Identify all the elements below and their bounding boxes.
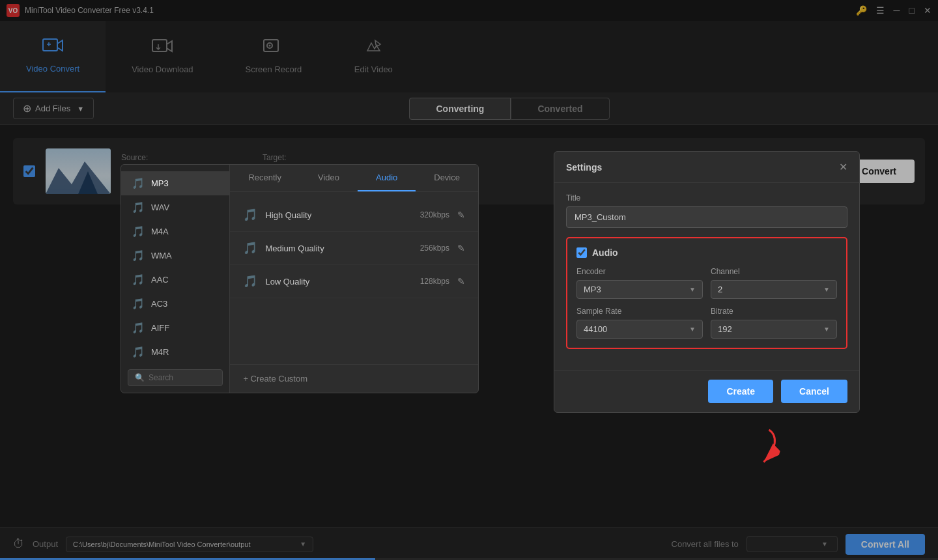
audio-section: Audio Encoder MP3 ▼ Channel bbox=[566, 237, 847, 349]
format-cat-wma[interactable]: 🎵 WMA bbox=[121, 244, 229, 268]
mp3-icon: 🎵 bbox=[132, 177, 145, 189]
format-cat-mp3-label: MP3 bbox=[151, 178, 169, 188]
audio-label: Audio bbox=[592, 247, 618, 258]
m4r-icon: 🎵 bbox=[132, 346, 145, 358]
quality-low-icon: 🎵 bbox=[243, 274, 257, 288]
tab-video[interactable]: Video bbox=[300, 165, 358, 191]
ac3-icon: 🎵 bbox=[132, 298, 145, 310]
bitrate-dropdown-arrow: ▼ bbox=[823, 326, 830, 333]
quality-medium-bitrate: 256kbps bbox=[420, 244, 449, 253]
quality-high-bitrate: 320kbps bbox=[420, 210, 449, 219]
bitrate-value: 192 bbox=[718, 324, 732, 334]
create-button[interactable]: Create bbox=[708, 380, 773, 403]
tab-audio[interactable]: Audio bbox=[358, 165, 416, 191]
quality-high-icon: 🎵 bbox=[243, 208, 257, 222]
settings-modal: Settings ✕ Title Audio Encoder bbox=[554, 151, 860, 413]
tab-device[interactable]: Device bbox=[416, 165, 478, 191]
format-cat-aac[interactable]: 🎵 AAC bbox=[121, 268, 229, 292]
encoder-field: Encoder MP3 ▼ bbox=[576, 267, 703, 299]
format-cat-aac-label: AAC bbox=[151, 275, 169, 285]
quality-low-bitrate: 128kbps bbox=[420, 277, 449, 286]
sample-rate-field: Sample Rate 44100 ▼ bbox=[576, 307, 703, 339]
encoder-label: Encoder bbox=[576, 267, 703, 276]
quality-low-edit-icon[interactable]: ✎ bbox=[457, 276, 465, 287]
audio-checkbox[interactable] bbox=[576, 247, 587, 258]
format-cat-m4r-label: M4R bbox=[151, 347, 169, 357]
channel-label: Channel bbox=[711, 267, 837, 276]
quality-medium-edit-icon[interactable]: ✎ bbox=[457, 243, 465, 253]
settings-footer: Create Cancel bbox=[554, 370, 859, 412]
search-placeholder: Search bbox=[149, 373, 173, 382]
channel-dropdown-arrow: ▼ bbox=[823, 286, 830, 293]
format-tabs: Recently Video Audio Device bbox=[230, 165, 478, 192]
sample-rate-select[interactable]: 44100 ▼ bbox=[576, 320, 703, 339]
quality-low[interactable]: 🎵 Low Quality 128kbps ✎ bbox=[230, 265, 478, 298]
bitrate-select[interactable]: 192 ▼ bbox=[711, 320, 837, 339]
aiff-icon: 🎵 bbox=[132, 322, 145, 334]
format-right-panel: Recently Video Audio Device 🎵 High Quali… bbox=[230, 165, 478, 393]
tab-recently[interactable]: Recently bbox=[230, 165, 300, 191]
wav-icon: 🎵 bbox=[132, 201, 145, 214]
quality-high[interactable]: 🎵 High Quality 320kbps ✎ bbox=[230, 199, 478, 232]
encoder-dropdown-arrow: ▼ bbox=[689, 286, 696, 293]
quality-low-label: Low Quality bbox=[265, 277, 412, 287]
channel-select[interactable]: 2 ▼ bbox=[711, 280, 837, 299]
channel-field: Channel 2 ▼ bbox=[711, 267, 837, 299]
format-cat-aiff-label: AIFF bbox=[151, 323, 169, 333]
format-cat-m4r[interactable]: 🎵 M4R bbox=[121, 340, 229, 364]
settings-title: Settings bbox=[566, 162, 602, 173]
cancel-button[interactable]: Cancel bbox=[781, 380, 847, 403]
sample-rate-dropdown-arrow: ▼ bbox=[689, 326, 696, 333]
quality-medium[interactable]: 🎵 Medium Quality 256kbps ✎ bbox=[230, 232, 478, 265]
quality-high-edit-icon[interactable]: ✎ bbox=[457, 210, 465, 220]
quality-medium-icon: 🎵 bbox=[243, 241, 257, 255]
title-input[interactable] bbox=[566, 206, 847, 228]
sample-rate-label: Sample Rate bbox=[576, 307, 703, 316]
format-cat-ac3[interactable]: 🎵 AC3 bbox=[121, 292, 229, 316]
quality-medium-label: Medium Quality bbox=[265, 244, 412, 253]
format-cat-wav-label: WAV bbox=[151, 203, 169, 212]
bitrate-field: Bitrate 192 ▼ bbox=[711, 307, 837, 339]
format-sidebar: 🎵 MP3 🎵 WAV 🎵 M4A 🎵 WMA 🎵 AAC 🎵 AC3 bbox=[121, 165, 230, 393]
encoder-select[interactable]: MP3 ▼ bbox=[576, 280, 703, 299]
encoder-value: MP3 bbox=[584, 285, 601, 294]
wma-icon: 🎵 bbox=[132, 249, 145, 262]
format-search-box[interactable]: 🔍 Search bbox=[128, 369, 223, 386]
search-icon: 🔍 bbox=[135, 373, 145, 382]
quality-high-label: High Quality bbox=[265, 210, 412, 220]
channel-value: 2 bbox=[718, 285, 722, 294]
title-field-label: Title bbox=[566, 193, 847, 203]
m4a-icon: 🎵 bbox=[132, 225, 145, 238]
format-cat-wav[interactable]: 🎵 WAV bbox=[121, 195, 229, 219]
settings-body: Title Audio Encoder MP3 ▼ bbox=[554, 183, 859, 370]
format-cat-m4a-label: M4A bbox=[151, 227, 169, 236]
quality-list: 🎵 High Quality 320kbps ✎ 🎵 Medium Qualit… bbox=[230, 192, 478, 364]
aac-icon: 🎵 bbox=[132, 273, 145, 286]
bitrate-label: Bitrate bbox=[711, 307, 837, 316]
format-cat-ac3-label: AC3 bbox=[151, 299, 167, 309]
format-panel: 🎵 MP3 🎵 WAV 🎵 M4A 🎵 WMA 🎵 AAC 🎵 AC3 bbox=[121, 164, 479, 393]
sample-rate-value: 44100 bbox=[584, 324, 607, 334]
settings-header: Settings ✕ bbox=[554, 152, 859, 183]
format-cat-mp3[interactable]: 🎵 MP3 bbox=[121, 171, 229, 195]
format-cat-m4a[interactable]: 🎵 M4A bbox=[121, 219, 229, 244]
audio-checkbox-row: Audio bbox=[576, 247, 837, 258]
settings-close-button[interactable]: ✕ bbox=[839, 161, 847, 173]
format-cat-wma-label: WMA bbox=[151, 251, 172, 260]
settings-grid: Encoder MP3 ▼ Channel 2 ▼ bbox=[576, 267, 837, 339]
create-custom-button[interactable]: + Create Custom bbox=[230, 364, 478, 393]
format-cat-aiff[interactable]: 🎵 AIFF bbox=[121, 316, 229, 340]
settings-title-row: Title bbox=[566, 193, 847, 228]
